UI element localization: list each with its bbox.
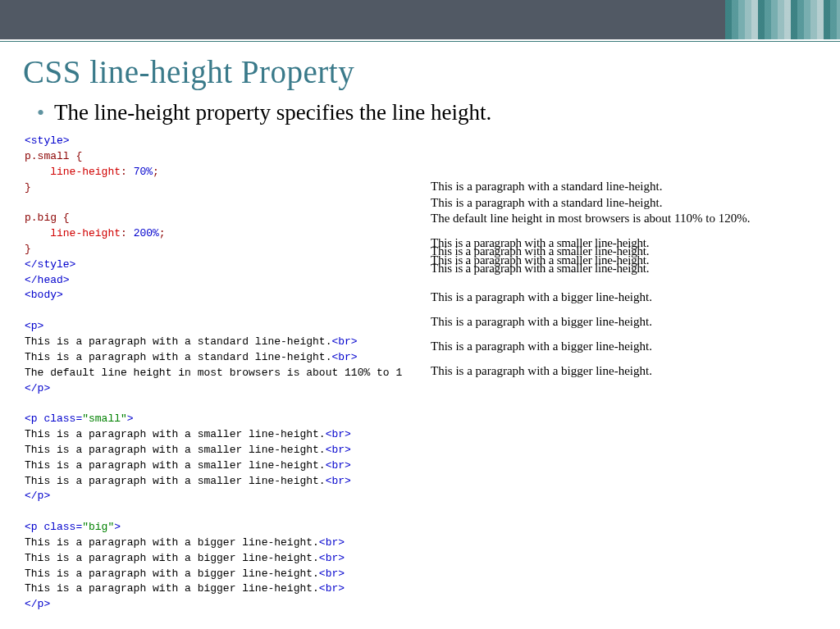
output-line: This is a paragraph with a standard line… [431,196,662,209]
code-token: This is a paragraph with a smaller line-… [25,475,326,487]
code-token: This is a paragraph with a standard line… [25,335,331,348]
output-line: This is a paragraph with a bigger line-h… [431,340,652,353]
code-token: This is a paragraph with a bigger line-h… [25,582,319,595]
output-line: This is a paragraph with a bigger line-h… [431,364,652,377]
code-token: </style> [25,258,75,271]
code-token: </p> [25,382,50,394]
bullet-item: • The line-height property specifies the… [0,98,840,134]
code-token: <br> [326,475,351,487]
code-token: </head> [25,274,70,286]
slide-header-bar [0,0,840,41]
code-token: 200% [134,227,159,239]
code-token: <br> [326,444,351,456]
code-token: 70% [134,166,153,178]
code-token: line-height [25,227,121,239]
code-token: <p class= [25,412,82,425]
code-token: ; [159,227,166,239]
code-token: > [127,412,134,425]
code-token: This is a paragraph with a bigger line-h… [25,567,319,580]
code-example: <style> p.small { line-height: 70%; } p.… [25,134,431,613]
code-token: This is a paragraph with a smaller line-… [25,444,326,456]
code-token: ; [153,166,159,178]
content-area: <style> p.small { line-height: 70%; } p.… [0,134,840,613]
code-token: <br> [331,335,357,348]
bullet-icon: • [37,103,44,124]
code-token: <br> [331,351,357,363]
code-token: <body> [25,289,63,301]
output-line: The default line height in most browsers… [431,212,750,225]
code-token: p.big { [25,212,70,224]
code-token: "big" [82,521,114,533]
code-token: <br> [319,552,345,564]
code-token: <br> [319,582,345,595]
code-token: <br> [319,567,345,580]
code-token: p.small { [25,150,82,162]
code-token: The default line height in most browsers… [25,367,402,379]
code-token: : [121,227,134,239]
code-token: This is a paragraph with a standard line… [25,351,331,363]
code-token: <p> [25,320,43,332]
slide-title: CSS line-height Property [0,42,840,98]
code-token: "small" [82,412,127,425]
code-token: This is a paragraph with a smaller line-… [25,428,326,440]
code-token: <br> [326,459,351,472]
code-token: > [114,521,121,533]
code-token: line-height [25,166,121,178]
output-paragraph-standard: This is a paragraph with a standard line… [431,179,815,227]
output-paragraph-big: This is a paragraph with a bigger line-h… [431,285,815,383]
code-token: : [121,166,134,178]
output-line: This is a paragraph with a bigger line-h… [431,315,652,328]
code-token: </p> [25,598,50,610]
code-token: <br> [326,428,351,440]
bullet-text: The line-height property specifies the l… [54,100,491,125]
code-token: <p class= [25,521,82,533]
output-line: This is a paragraph with a standard line… [431,180,662,193]
code-token: This is a paragraph with a smaller line-… [25,459,326,472]
code-token: <style> [25,134,70,147]
code-token: </p> [25,490,50,502]
code-token: } [25,243,31,255]
output-paragraph-small: This is a paragraph with a smaller line-… [431,239,815,273]
rendered-output: This is a paragraph with a standard line… [431,134,815,613]
code-token: <br> [319,536,345,549]
code-token: This is a paragraph with a bigger line-h… [25,552,319,564]
code-token: } [25,181,31,194]
code-token: This is a paragraph with a bigger line-h… [25,536,319,549]
output-line: This is a paragraph with a smaller line-… [431,262,649,275]
output-line: This is a paragraph with a bigger line-h… [431,290,652,303]
